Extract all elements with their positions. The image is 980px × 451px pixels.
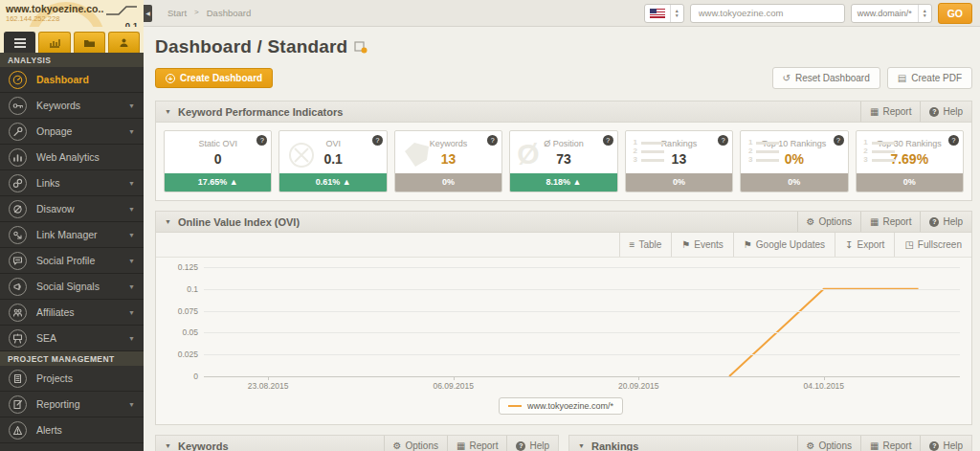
megaphone-icon [9, 278, 27, 296]
report-icon: ▦ [457, 440, 465, 451]
tab-menu[interactable] [4, 32, 35, 53]
project-header[interactable]: www.tokyoezine.co.. 162.144.252.228 0.1 [0, 0, 144, 27]
kpi-card-static-ovi: ? Static OVI0 17.65% ▲ [164, 130, 272, 192]
help-icon[interactable]: ? [603, 135, 613, 146]
reset-icon: ↺ [783, 73, 791, 83]
document-icon [9, 370, 27, 388]
ovi-plot: 00.0250.050.0750.10.12523.08.201506.09.2… [204, 267, 960, 376]
create-pdf-button[interactable]: ▤ Create PDF [887, 67, 972, 89]
us-flag-icon [650, 9, 665, 18]
key-icon [9, 97, 27, 115]
section-analysis: ANALYSIS [0, 53, 144, 67]
edit-dashboard-icon[interactable] [354, 40, 368, 54]
report-button[interactable]: ▦Report [860, 212, 920, 232]
url-input[interactable] [690, 4, 845, 23]
keywords-panel-title: Keywords [178, 440, 229, 451]
plus-icon: + [166, 74, 175, 83]
fullscreen-icon: ◳ [904, 239, 913, 250]
sidebar-item-social-signals[interactable]: Social Signals ▼ [0, 274, 144, 300]
help-icon[interactable]: ? [948, 135, 959, 146]
chevron-down-icon: ▼ [128, 335, 135, 342]
sidebar-item-keywords[interactable]: Keywords ▼ [0, 93, 144, 119]
menu-icon [14, 42, 26, 44]
ovi-toolbar: ≡Table ⚑Events ⚑Google Updates ↧Export ◳… [156, 233, 971, 258]
report-icon: ▦ [870, 440, 879, 451]
user-tab-icon [119, 37, 129, 48]
select-arrows-icon: ▲▼ [918, 5, 931, 22]
help-button[interactable]: ?Help [920, 212, 971, 232]
options-button[interactable]: ⚙Options [384, 436, 447, 451]
rankings-panel: ▼ Rankings ⚙Options ▦Report ?Help ≡Table… [568, 435, 972, 451]
help-icon[interactable]: ? [372, 135, 383, 146]
events-button[interactable]: ⚑Events [671, 233, 733, 257]
collapse-caret-icon[interactable]: ▼ [165, 442, 171, 449]
sidebar-item-dashboard[interactable]: Dashboard [0, 67, 144, 93]
help-button[interactable]: ?Help [920, 436, 971, 451]
chevron-down-icon: ▼ [128, 232, 135, 238]
project-name: www.tokyoezine.co.. [6, 3, 103, 14]
options-button[interactable]: ⚙Options [797, 212, 860, 232]
kpi-card-top30: ? 123 Top 30 Rankings7.69% 0% [856, 130, 964, 192]
flag-icon: ⚑ [744, 239, 752, 250]
chevron-down-icon: ▼ [128, 283, 135, 290]
table-icon: ≡ [630, 239, 635, 250]
sidebar-item-link-manager[interactable]: Link Manager ▼ [0, 222, 144, 248]
sidebar-item-web-analytics[interactable]: Web Analytics [0, 145, 144, 170]
chevron-down-icon: ▼ [128, 206, 135, 213]
breadcrumb-start[interactable]: Start [167, 8, 187, 18]
export-button[interactable]: ↧Export [835, 233, 894, 257]
help-button[interactable]: ?Help [920, 101, 971, 122]
speech-bubble-icon [9, 252, 27, 270]
project-sparkline-value: 0.1 [105, 20, 138, 27]
project-sparkline-icon [105, 5, 138, 16]
sidebar-item-alerts[interactable]: Alerts [0, 417, 144, 443]
table-button[interactable]: ≡Table [619, 233, 672, 257]
report-button[interactable]: ▦Report [860, 436, 920, 451]
chevron-down-icon: ▼ [128, 309, 135, 316]
sidebar-item-reporting[interactable]: Reporting ▼ [0, 392, 144, 417]
help-icon[interactable]: ? [834, 135, 844, 146]
kpi-panel-title: Keyword Performance Indicators [178, 106, 343, 118]
collapse-caret-icon[interactable]: ▼ [165, 108, 171, 115]
create-dashboard-button[interactable]: + Create Dashboard [155, 68, 273, 88]
go-button[interactable]: GO [938, 3, 972, 24]
gear-icon: ⚙ [807, 216, 815, 227]
report-button[interactable]: ▦Report [447, 436, 506, 451]
sidebar-item-links[interactable]: Links ▼ [0, 170, 144, 196]
tab-projects[interactable] [74, 32, 105, 53]
gear-icon: ⚙ [807, 440, 815, 451]
domain-filter-select[interactable]: www.domain/* ▲▼ [851, 4, 932, 23]
broken-link-icon [9, 200, 27, 218]
sidebar-item-onpage[interactable]: Onpage ▼ [0, 119, 144, 145]
google-updates-button[interactable]: ⚑Google Updates [733, 233, 835, 257]
options-button[interactable]: ⚙Options [797, 436, 860, 451]
ovi-panel-title: Online Value Index (OVI) [178, 216, 300, 228]
breadcrumb-separator: > [194, 8, 199, 18]
sidebar-item-sea[interactable]: SEA ▼ [0, 326, 144, 351]
folder-icon [83, 37, 96, 48]
legend-item[interactable]: www.tokyoezine.com/* [499, 397, 623, 415]
country-select[interactable]: ▲▼ [644, 4, 684, 23]
chevron-down-icon: ▼ [128, 102, 135, 109]
collapse-caret-icon[interactable]: ▼ [165, 218, 171, 225]
kpi-panel: ▼ Keyword Performance Indicators ▦Report… [155, 101, 972, 201]
kpi-card-keywords: ? Keywords13 0% [394, 130, 502, 192]
collapse-caret-icon[interactable]: ▼ [578, 442, 585, 449]
project-ip: 162.144.252.228 [6, 14, 103, 23]
page-title: Dashboard / Standard [155, 36, 347, 57]
help-button[interactable]: ?Help [506, 436, 558, 451]
sidebar-item-affiliates[interactable]: Affiliates ▼ [0, 300, 144, 326]
help-icon: ? [516, 441, 525, 451]
tab-account[interactable] [108, 32, 140, 53]
sidebar-item-disavow[interactable]: Disavow ▼ [0, 196, 144, 222]
report-button[interactable]: ▦Report [860, 101, 920, 122]
help-icon: ? [929, 217, 939, 227]
gauge-icon [9, 71, 27, 89]
sidebar-item-social-profile[interactable]: Social Profile ▼ [0, 248, 144, 274]
fullscreen-button[interactable]: ◳Fullscreen [894, 233, 971, 257]
alert-triangle-icon [9, 421, 27, 440]
tab-analytics[interactable] [38, 32, 70, 53]
sidebar-collapse-button[interactable]: ◀ [144, 5, 152, 22]
sidebar-item-projects[interactable]: Projects [0, 366, 144, 392]
reset-dashboard-button[interactable]: ↺ Reset Dashboard [772, 67, 880, 89]
